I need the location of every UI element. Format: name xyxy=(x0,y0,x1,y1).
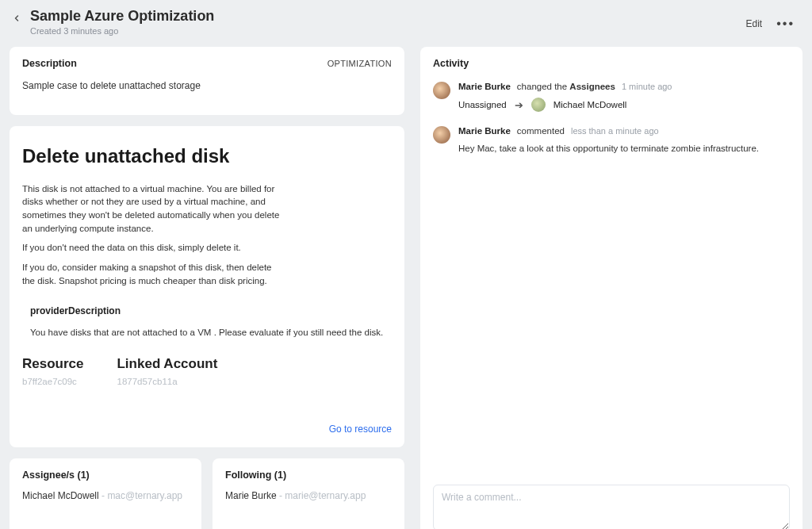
follower-email: marie@ternary.app xyxy=(285,490,366,501)
assignees-title: Assignee/s (1) xyxy=(22,470,189,481)
avatar xyxy=(433,126,450,144)
linked-account-value: 1877d57cb11a xyxy=(117,377,217,386)
activity-item: Marie Burke changed the Assignees 1 minu… xyxy=(433,82,790,112)
activity-actor: Marie Burke xyxy=(458,126,511,136)
description-title: Description xyxy=(22,58,77,69)
opportunity-para3: If you do, consider making a snapshot of… xyxy=(22,261,284,287)
activity-time: 1 minute ago xyxy=(622,82,672,91)
description-text: Sample case to delete unattached storage xyxy=(22,80,392,91)
header-right: Edit ••• xyxy=(746,17,800,31)
comment-input[interactable] xyxy=(433,485,790,530)
activity-headline: Marie Burke changed the Assignees 1 minu… xyxy=(458,82,790,91)
activity-action: changed the Assignees xyxy=(517,82,615,91)
edit-button[interactable]: Edit xyxy=(746,18,763,29)
activity-comment: Hey Mac, take a look at this opportunity… xyxy=(458,144,790,153)
opportunity-body: This disk is not attached to a virtual m… xyxy=(22,182,284,288)
following-card: Following (1) Marie Burke - marie@ternar… xyxy=(213,458,404,530)
resource-row: Resource b7ff2ae7c09c Linked Account 187… xyxy=(22,356,392,386)
assignee-to: Michael McDowell xyxy=(553,100,627,109)
page-title: Sample Azure Optimization xyxy=(30,8,214,25)
optimization-tag: OPTIMIZATION xyxy=(327,59,392,68)
assignee-following-row: Assignee/s (1) Michael McDowell - mac@te… xyxy=(10,458,404,530)
main-layout: Description OPTIMIZATION Sample case to … xyxy=(0,36,812,529)
go-to-resource-link[interactable]: Go to resource xyxy=(329,424,392,435)
left-column: Description OPTIMIZATION Sample case to … xyxy=(10,47,404,529)
follower-separator: - xyxy=(277,490,285,501)
right-column: Activity Marie Burke changed the Assigne… xyxy=(420,47,802,529)
avatar xyxy=(531,98,546,112)
provider-description-block: providerDescription You have disks that … xyxy=(30,305,392,337)
comment-area: Submit xyxy=(433,485,790,530)
description-card: Description OPTIMIZATION Sample case to … xyxy=(10,47,404,115)
assignee-name: Michael McDowell xyxy=(22,490,99,501)
opportunity-title: Delete unattached disk xyxy=(22,145,392,168)
activity-item: Marie Burke commented less than a minute… xyxy=(433,126,790,153)
arrow-right-icon: ➔ xyxy=(515,99,523,111)
activity-time: less than a minute ago xyxy=(571,126,659,136)
go-to-resource-row: Go to resource xyxy=(22,423,392,435)
opportunity-para2: If you don't need the data on this disk,… xyxy=(22,241,284,255)
activity-headline: Marie Burke commented less than a minute… xyxy=(458,126,790,136)
following-title: Following (1) xyxy=(225,470,392,481)
activity-action: commented xyxy=(517,126,565,136)
assignee-separator: - xyxy=(99,490,108,501)
resource-block: Resource b7ff2ae7c09c xyxy=(22,356,83,386)
activity-card: Activity Marie Burke changed the Assigne… xyxy=(420,47,802,529)
activity-actor: Marie Burke xyxy=(458,82,511,91)
linked-account-label: Linked Account xyxy=(117,356,217,372)
header-left: Sample Azure Optimization Created 3 minu… xyxy=(10,8,214,36)
follower-name: Marie Burke xyxy=(225,490,277,501)
activity-title: Activity xyxy=(433,58,790,69)
page-header: Sample Azure Optimization Created 3 minu… xyxy=(0,0,812,36)
page-subtitle: Created 3 minutes ago xyxy=(30,26,214,36)
assignees-card: Assignee/s (1) Michael McDowell - mac@te… xyxy=(10,458,201,530)
avatar xyxy=(433,82,450,99)
more-menu-button[interactable]: ••• xyxy=(772,17,799,31)
provider-description-text: You have disks that are not attached to … xyxy=(30,328,392,337)
provider-description-label: providerDescription xyxy=(30,305,392,316)
linked-account-block: Linked Account 1877d57cb11a xyxy=(117,356,217,386)
follower-entry: Marie Burke - marie@ternary.app xyxy=(225,490,392,501)
opportunity-card: Delete unattached disk This disk is not … xyxy=(10,126,404,447)
resource-label: Resource xyxy=(22,356,83,372)
assignee-from: Unassigned xyxy=(458,100,507,109)
resource-value: b7ff2ae7c09c xyxy=(22,377,83,386)
assignee-email: mac@ternary.app xyxy=(107,490,182,501)
chevron-left-icon xyxy=(12,13,21,23)
assignee-entry: Michael McDowell - mac@ternary.app xyxy=(22,490,189,501)
opportunity-para1: This disk is not attached to a virtual m… xyxy=(22,182,284,236)
assignee-change: Unassigned ➔ Michael McDowell xyxy=(458,98,790,112)
back-button[interactable] xyxy=(10,11,24,25)
